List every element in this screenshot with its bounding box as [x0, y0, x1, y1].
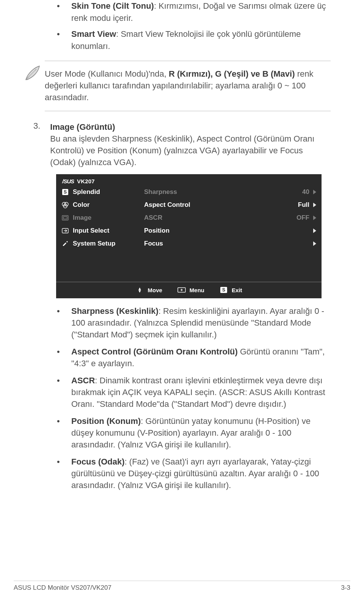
section-title: Image (Görüntü) — [50, 121, 331, 133]
osd-header: /SUS VK207 — [56, 174, 322, 186]
osd-hint-menu: Menu — [177, 286, 204, 294]
input-icon — [61, 227, 69, 235]
osd-footer: ▲▼Move Menu SExit — [56, 282, 322, 298]
chevron-right-icon — [313, 203, 316, 207]
svg-rect-6 — [63, 217, 67, 219]
chevron-right-icon — [313, 241, 316, 246]
chevron-right-icon — [313, 228, 316, 233]
osd-item-value: OFF — [297, 214, 316, 222]
asus-logo: /SUS — [62, 178, 74, 184]
osd-item-aspect-control[interactable]: Aspect ControlFull — [144, 201, 316, 209]
settings-icon — [61, 240, 69, 247]
osd-menu-label: Image — [73, 214, 91, 222]
osd-menu-system-setup[interactable]: System Setup — [61, 240, 137, 247]
chevron-right-icon — [313, 190, 316, 194]
section-3: 3. Image (Görüntü) Bu ana işlevden Sharp… — [33, 121, 331, 168]
updown-icon: ▲▼ — [135, 286, 144, 294]
osd-right-panel: Sharpness40 Aspect ControlFull ASCROFF P… — [144, 188, 316, 247]
feather-icon — [20, 61, 45, 83]
footer-left: ASUS LCD Monitör VS207/VK207 — [14, 584, 111, 592]
osd-panel: /SUS VK207 S Splendid Color Image Input … — [56, 174, 322, 298]
list-item: Position (Konum): Görüntünün yatay konum… — [71, 415, 331, 450]
osd-hint-exit: SExit — [220, 286, 242, 294]
osd-item-value: 40 — [302, 188, 316, 196]
section-number: 3. — [33, 121, 40, 168]
menu-icon — [177, 286, 186, 294]
list-item: Sharpness (Keskinlik): Resim keskinliğin… — [71, 305, 331, 340]
osd-menu-label: Splendid — [73, 188, 100, 196]
osd-item-focus[interactable]: Focus — [144, 240, 316, 247]
note-pre: User Mode (Kullanıcı Modu)'nda, — [45, 69, 169, 79]
osd-menu-label: Input Select — [73, 227, 109, 235]
top-bullet-list: Skin Tone (Cilt Tonu): Kırmızımsı, Doğal… — [33, 0, 331, 52]
osd-item-label: Sharpness — [144, 188, 177, 196]
section-text: Bu ana işlevden Sharpness (Keskinlik), A… — [50, 134, 314, 167]
list-item: Smart View: Smart View Teknolojisi ile ç… — [71, 28, 331, 52]
bullet-title: Position (Konum) — [71, 416, 141, 426]
osd-hint-label: Move — [147, 287, 162, 293]
osd-item-value: Full — [298, 201, 316, 209]
bullet-title: Focus (Odak) — [71, 457, 125, 466]
osd-menu-input-select[interactable]: Input Select — [61, 227, 137, 235]
bullet-title: Skin Tone (Cilt Tonu) — [71, 1, 154, 11]
list-item: Focus (Odak): (Faz) ve (Saat)'i ayrı ayr… — [71, 456, 331, 491]
bullet-title: Aspect Control (Görünüm Oranı Kontrolü) — [71, 347, 238, 356]
osd-item-label: Aspect Control — [144, 201, 190, 209]
list-item: Aspect Control (Görünüm Oranı Kontrolü) … — [71, 346, 331, 369]
color-icon — [61, 201, 69, 209]
osd-item-label: Position — [144, 227, 169, 235]
osd-body: S Splendid Color Image Input Select Syst… — [56, 186, 322, 282]
osd-item-sharpness[interactable]: Sharpness40 — [144, 188, 316, 196]
osd-hint-label: Menu — [190, 287, 204, 293]
section-body: Image (Görüntü) Bu ana işlevden Sharpnes… — [50, 121, 331, 168]
osd-item-position[interactable]: Position — [144, 227, 316, 235]
osd-item-ascr[interactable]: ASCROFF — [144, 214, 316, 222]
bullet-text: : Dinamik kontrast oranı işlevini etkinl… — [71, 376, 325, 409]
osd-hint-move: ▲▼Move — [135, 286, 162, 294]
exit-icon: S — [220, 286, 228, 294]
svg-text:S: S — [222, 287, 225, 293]
osd-item-value — [313, 241, 316, 246]
bullet-title: Smart View — [71, 29, 116, 39]
osd-left-menu: S Splendid Color Image Input Select Syst… — [61, 188, 137, 247]
osd-menu-label: Color — [73, 201, 89, 209]
note-block: User Mode (Kullanıcı Modu)'nda, R (Kırmı… — [20, 61, 331, 111]
list-item: Skin Tone (Cilt Tonu): Kırmızımsı, Doğal… — [71, 0, 331, 24]
osd-item-value — [313, 228, 316, 233]
osd-menu-label: System Setup — [73, 240, 115, 247]
osd-model: VK207 — [77, 178, 95, 184]
osd-hint-label: Exit — [232, 287, 242, 293]
note-text: User Mode (Kullanıcı Modu)'nda, R (Kırmı… — [45, 61, 331, 111]
osd-menu-color[interactable]: Color — [61, 201, 137, 209]
bullet-title: Sharpness (Keskinlik) — [71, 306, 158, 316]
image-icon — [61, 214, 69, 222]
osd-item-label: ASCR — [144, 214, 162, 222]
bullet-title: ASCR — [71, 376, 95, 385]
chevron-right-icon — [313, 216, 316, 220]
list-item: ASCR: Dinamik kontrast oranı işlevini et… — [71, 375, 331, 410]
note-bold: R (Kırmızı), G (Yeşil) ve B (Mavi) — [169, 69, 295, 79]
svg-text:S: S — [64, 189, 67, 195]
lower-bullet-list: Sharpness (Keskinlik): Resim keskinliğin… — [33, 305, 331, 491]
osd-menu-image[interactable]: Image — [61, 214, 137, 222]
osd-menu-splendid[interactable]: S Splendid — [61, 188, 137, 196]
footer-right: 3-3 — [341, 584, 350, 592]
osd-item-label: Focus — [144, 240, 163, 247]
page-footer: ASUS LCD Monitör VS207/VK207 3-3 — [14, 581, 350, 592]
splendid-icon: S — [61, 188, 69, 196]
